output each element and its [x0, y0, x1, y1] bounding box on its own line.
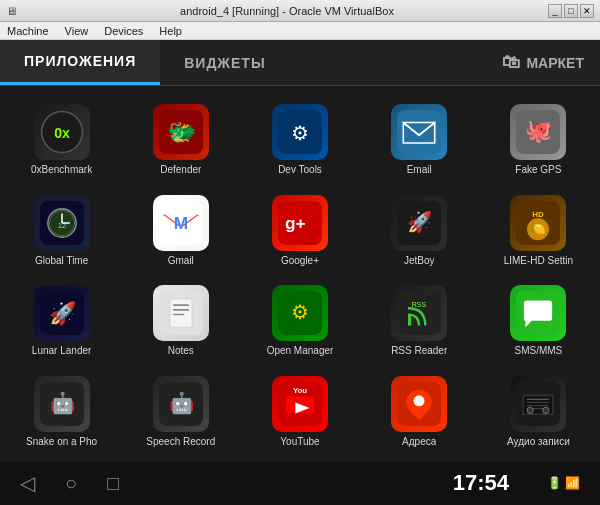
- app-label-rss: RSS Reader: [391, 345, 447, 356]
- battery-icon: 🔋: [547, 476, 562, 490]
- svg-text:🤖: 🤖: [168, 391, 194, 416]
- app-item-rss[interactable]: RSSRSS Reader: [362, 276, 477, 363]
- svg-text:🍋: 🍋: [530, 221, 546, 237]
- minimize-button[interactable]: _: [548, 4, 562, 18]
- app-item-devtools[interactable]: ⚙Dev Tools: [242, 94, 357, 181]
- app-label-googleplus: Google+: [281, 255, 319, 266]
- app-icon-lunar: 🚀: [34, 285, 90, 341]
- app-item-speech[interactable]: 🤖Speech Record: [123, 366, 238, 453]
- svg-text:You: You: [293, 386, 307, 395]
- svg-rect-28: [170, 299, 192, 327]
- app-label-fakegps: Fake GPS: [515, 164, 561, 175]
- maximize-button[interactable]: □: [564, 4, 578, 18]
- svg-text:M: M: [174, 213, 188, 233]
- svg-text:🚀: 🚀: [407, 210, 433, 235]
- svg-text:0x: 0x: [54, 125, 70, 141]
- app-grid: 0x0xBenchmark🐲Defender⚙Dev ToolsEmail🐙Fa…: [0, 86, 600, 461]
- svg-text:RSS: RSS: [412, 301, 427, 308]
- app-item-fakegps[interactable]: 🐙Fake GPS: [481, 94, 596, 181]
- app-item-snake[interactable]: 🤖Snake on a Pho: [4, 366, 119, 453]
- svg-point-57: [543, 407, 549, 413]
- app-icon-smsmms: [510, 285, 566, 341]
- nav-recent-button[interactable]: □: [107, 472, 119, 495]
- tab-apps[interactable]: ПРИЛОЖЕНИЯ: [0, 40, 160, 85]
- signal-icon: 📶: [565, 476, 580, 490]
- app-label-devtools: Dev Tools: [278, 164, 322, 175]
- svg-point-56: [527, 407, 533, 413]
- svg-text:🐲: 🐲: [166, 118, 196, 146]
- app-icon-audio: [510, 376, 566, 432]
- app-item-smsmms[interactable]: SMS/MMS: [481, 276, 596, 363]
- app-label-email: Email: [407, 164, 432, 175]
- app-icon-defender: 🐲: [153, 104, 209, 160]
- app-label-address: Адреса: [402, 436, 436, 447]
- app-label-gmail: Gmail: [168, 255, 194, 266]
- nav-back-button[interactable]: ◁: [20, 471, 35, 495]
- menu-devices[interactable]: Devices: [101, 25, 146, 37]
- app-icon-jetboy: 🚀: [391, 195, 447, 251]
- svg-text:🤖: 🤖: [49, 391, 75, 416]
- app-icon-gmail: M: [153, 195, 209, 251]
- app-label-globaltime: Global Time: [35, 255, 88, 266]
- svg-text:⚙: ⚙: [291, 302, 309, 324]
- app-icon-0xbenchmark: 0x: [34, 104, 90, 160]
- app-item-lunar[interactable]: 🚀Lunar Lander: [4, 276, 119, 363]
- clock-display: 17:54: [453, 470, 509, 496]
- svg-text:⚙: ⚙: [291, 122, 309, 144]
- app-icon-limehd: HD🍋: [510, 195, 566, 251]
- app-item-jetboy[interactable]: 🚀JetBoy: [362, 185, 477, 272]
- tab-widgets[interactable]: ВИДЖЕТЫ: [160, 40, 289, 85]
- app-icon-globaltime: 12: [34, 195, 90, 251]
- app-icon-rss: RSS: [391, 285, 447, 341]
- app-icon-address: [391, 376, 447, 432]
- app-icon-fakegps: 🐙: [510, 104, 566, 160]
- svg-text:🐙: 🐙: [525, 117, 553, 144]
- window-icon: 🖥: [6, 5, 26, 17]
- app-item-notes[interactable]: Notes: [123, 276, 238, 363]
- app-label-lunar: Lunar Lander: [32, 345, 92, 356]
- window-controls[interactable]: _ □ ✕: [548, 4, 594, 18]
- window-title: android_4 [Running] - Oracle VM VirtualB…: [26, 5, 548, 17]
- menu-help[interactable]: Help: [156, 25, 185, 37]
- svg-text:g+: g+: [285, 213, 306, 233]
- app-item-openmanager[interactable]: ⚙Open Manager: [242, 276, 357, 363]
- app-icon-openmanager: ⚙: [272, 285, 328, 341]
- app-label-smsmms: SMS/MMS: [515, 345, 563, 356]
- menu-bar: Machine View Devices Help: [0, 22, 600, 40]
- app-icon-snake: 🤖: [34, 376, 90, 432]
- app-item-googleplus[interactable]: g+Google+: [242, 185, 357, 272]
- app-label-notes: Notes: [168, 345, 194, 356]
- app-item-address[interactable]: Адреса: [362, 366, 477, 453]
- close-button[interactable]: ✕: [580, 4, 594, 18]
- app-label-jetboy: JetBoy: [404, 255, 435, 266]
- app-item-email[interactable]: Email: [362, 94, 477, 181]
- tab-bar: ПРИЛОЖЕНИЯ ВИДЖЕТЫ 🛍 МАРКЕТ: [0, 40, 600, 86]
- title-bar: 🖥 android_4 [Running] - Oracle VM Virtua…: [0, 0, 600, 22]
- tab-market[interactable]: 🛍 МАРКЕТ: [486, 40, 600, 85]
- app-label-youtube: YouTube: [280, 436, 319, 447]
- menu-machine[interactable]: Machine: [4, 25, 52, 37]
- app-item-youtube[interactable]: YouYouTube: [242, 366, 357, 453]
- app-icon-speech: 🤖: [153, 376, 209, 432]
- app-label-0xbenchmark: 0xBenchmark: [31, 164, 92, 175]
- app-item-gmail[interactable]: MGmail: [123, 185, 238, 272]
- menu-view[interactable]: View: [62, 25, 92, 37]
- app-item-0xbenchmark[interactable]: 0x0xBenchmark: [4, 94, 119, 181]
- app-item-limehd[interactable]: HD🍋LIME-HD Settin: [481, 185, 596, 272]
- svg-rect-36: [408, 315, 411, 326]
- app-label-snake: Snake on a Pho: [26, 436, 97, 447]
- status-icons: 🔋 📶: [547, 476, 580, 490]
- svg-point-48: [414, 395, 425, 406]
- app-label-audio: Аудио записи: [507, 436, 570, 447]
- nav-home-button[interactable]: ○: [65, 472, 77, 495]
- app-label-openmanager: Open Manager: [267, 345, 334, 356]
- app-item-defender[interactable]: 🐲Defender: [123, 94, 238, 181]
- app-item-audio[interactable]: Аудио записи: [481, 366, 596, 453]
- app-item-globaltime[interactable]: 12Global Time: [4, 185, 119, 272]
- app-label-limehd: LIME-HD Settin: [504, 255, 573, 266]
- app-icon-googleplus: g+: [272, 195, 328, 251]
- app-icon-devtools: ⚙: [272, 104, 328, 160]
- nav-bar: ◁ ○ □ 17:54 🔋 📶: [0, 461, 600, 505]
- app-label-speech: Speech Record: [146, 436, 215, 447]
- app-icon-youtube: You: [272, 376, 328, 432]
